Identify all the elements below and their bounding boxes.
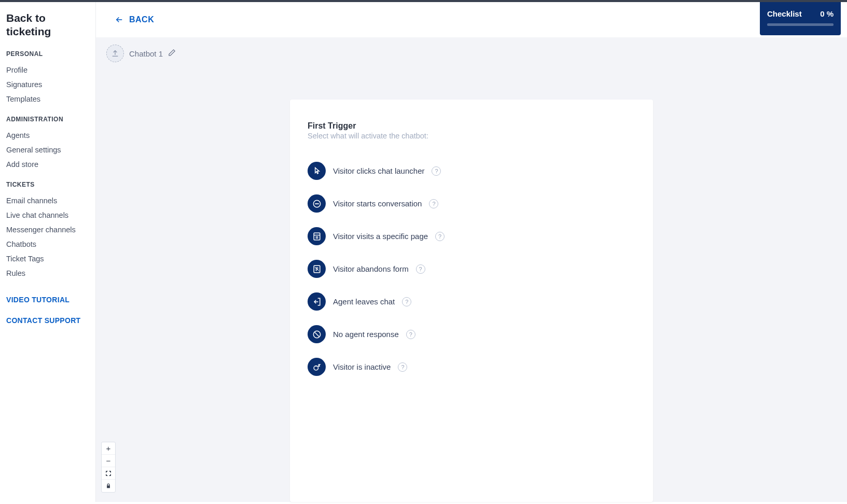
topbar: BACK Checklist 0 %: [96, 2, 847, 37]
trigger-label: No agent response: [333, 330, 399, 339]
form-icon: [308, 260, 326, 278]
page-icon: [308, 227, 326, 245]
svg-point-2: [316, 203, 317, 204]
exit-icon: [308, 292, 326, 311]
sidebar-item-ticket-tags[interactable]: Ticket Tags: [6, 251, 89, 266]
sidebar-item-rules[interactable]: Rules: [6, 266, 89, 281]
zoom-in-button[interactable]: +: [102, 442, 115, 455]
arrow-left-icon: [115, 15, 124, 24]
help-icon[interactable]: ?: [435, 232, 445, 241]
back-to-ticketing-link[interactable]: Back to ticketing: [6, 11, 89, 39]
trigger-option-chat[interactable]: Visitor starts conversation?: [308, 187, 635, 220]
lock-icon: [106, 483, 111, 489]
sidebar-item-signatures[interactable]: Signatures: [6, 77, 89, 92]
edit-name-button[interactable]: [168, 49, 176, 59]
sidebar-item-messenger-channels[interactable]: Messenger channels: [6, 222, 89, 237]
trigger-option-form[interactable]: Visitor abandons form?: [308, 253, 635, 285]
trigger-label: Visitor starts conversation: [333, 199, 422, 208]
canvas-area[interactable]: First Trigger Select what will activate …: [96, 69, 847, 502]
sidebar-item-email-channels[interactable]: Email channels: [6, 193, 89, 208]
trigger-option-page[interactable]: Visitor visits a specific page?: [308, 220, 635, 253]
trigger-label: Visitor visits a specific page: [333, 232, 428, 241]
checklist-progress: [767, 23, 834, 26]
pointer-icon: [308, 162, 326, 180]
svg-point-3: [318, 203, 318, 204]
section-label-administration: ADMINISTRATION: [6, 116, 89, 123]
trigger-label: Visitor is inactive: [333, 362, 391, 371]
breadcrumb-row: Chatbot 1: [96, 37, 847, 69]
chatbot-avatar-placeholder[interactable]: [106, 45, 124, 62]
trigger-label: Visitor clicks chat launcher: [333, 166, 424, 175]
trigger-option-pointer[interactable]: Visitor clicks chat launcher?: [308, 155, 635, 187]
sidebar-item-agents[interactable]: Agents: [6, 128, 89, 143]
upload-icon: [111, 49, 119, 58]
help-icon[interactable]: ?: [432, 166, 441, 176]
trigger-option-sleep[interactable]: Visitor is inactive?: [308, 351, 635, 383]
checklist-label: Checklist: [767, 9, 802, 18]
help-icon[interactable]: ?: [402, 297, 411, 306]
chatbot-name: Chatbot 1: [129, 49, 163, 58]
trigger-label: Visitor abandons form: [333, 264, 409, 273]
zoom-controls: + −: [101, 442, 116, 493]
checklist-widget[interactable]: Checklist 0 %: [760, 2, 841, 35]
help-icon[interactable]: ?: [398, 362, 407, 372]
settings-sidebar: Back to ticketing PERSONAL Profile Signa…: [0, 2, 96, 502]
checklist-percent: 0 %: [820, 9, 834, 18]
pencil-icon: [168, 49, 176, 57]
zoom-lock-button[interactable]: [102, 480, 115, 492]
card-subtitle: Select what will activate the chatbot:: [308, 132, 635, 140]
sidebar-item-general-settings[interactable]: General settings: [6, 143, 89, 157]
main-panel: BACK Checklist 0 % Chatbot 1: [96, 2, 847, 502]
trigger-option-exit[interactable]: Agent leaves chat?: [308, 285, 635, 318]
sidebar-item-add-store[interactable]: Add store: [6, 157, 89, 172]
video-tutorial-link[interactable]: VIDEO TUTORIAL: [6, 292, 89, 307]
section-label-personal: PERSONAL: [6, 50, 89, 58]
sidebar-item-live-chat-channels[interactable]: Live chat channels: [6, 208, 89, 222]
zoom-out-button[interactable]: −: [102, 455, 115, 467]
card-title: First Trigger: [308, 121, 635, 131]
svg-rect-4: [314, 233, 320, 240]
sidebar-item-templates[interactable]: Templates: [6, 92, 89, 106]
back-button[interactable]: BACK: [115, 15, 154, 24]
section-label-tickets: TICKETS: [6, 181, 89, 188]
fullscreen-icon: [105, 470, 112, 477]
svg-point-1: [315, 203, 316, 204]
sidebar-item-profile[interactable]: Profile: [6, 63, 89, 77]
contact-support-link[interactable]: CONTACT SUPPORT: [6, 313, 89, 328]
help-icon[interactable]: ?: [429, 199, 438, 208]
first-trigger-card: First Trigger Select what will activate …: [290, 100, 653, 502]
help-icon[interactable]: ?: [406, 330, 415, 339]
trigger-option-noresp[interactable]: No agent response?: [308, 318, 635, 351]
help-icon[interactable]: ?: [416, 264, 425, 274]
sidebar-item-chatbots[interactable]: Chatbots: [6, 237, 89, 251]
chat-icon: [308, 194, 326, 213]
trigger-label: Agent leaves chat: [333, 297, 395, 306]
sleep-icon: [308, 358, 326, 376]
zoom-fit-button[interactable]: [102, 467, 115, 480]
back-label: BACK: [129, 15, 154, 24]
noresp-icon: [308, 325, 326, 343]
